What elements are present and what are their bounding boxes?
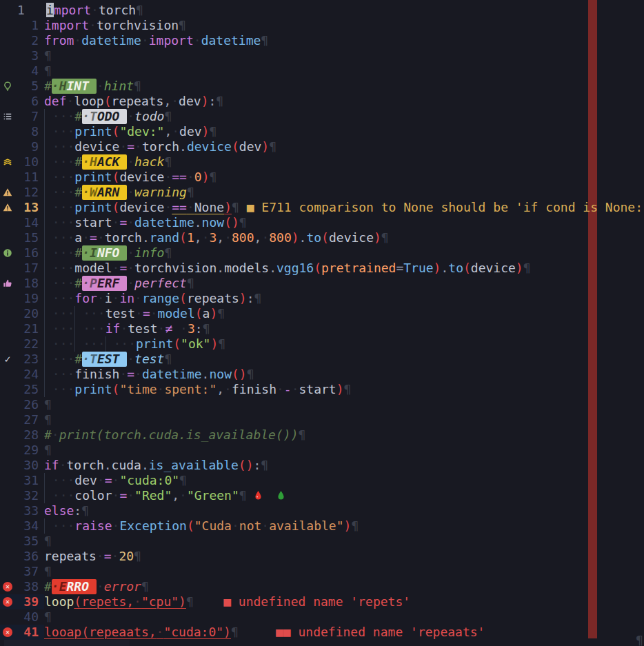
code-text[interactable]: import·torch¶ bbox=[46, 3, 644, 18]
code-line-9[interactable]: 9 ···device·=·torch.device(dev)¶ bbox=[0, 139, 644, 154]
code-line-34[interactable]: 34 ···raise·Exception("Cuda·not·availabl… bbox=[0, 518, 644, 534]
pilcrow-mark: ¶ bbox=[44, 48, 52, 63]
line-number: 38 bbox=[15, 579, 39, 594]
code-line-28[interactable]: 28#·print(torch.cuda.is_available())¶ bbox=[0, 427, 644, 443]
token: ) bbox=[261, 139, 269, 154]
code-text[interactable]: ¶ bbox=[44, 48, 644, 63]
code-line-31[interactable]: 31 ···dev·=·"cuda:0"¶ bbox=[0, 473, 644, 488]
code-line-35[interactable]: 35¶ bbox=[0, 534, 644, 549]
code-text[interactable]: ···print("dev:",·dev)¶ bbox=[44, 124, 644, 139]
code-line-6[interactable]: 6def·loop(repeats,·dev):¶ bbox=[0, 94, 644, 109]
code-line-38[interactable]: ✕38#·ERRO ·error¶ bbox=[0, 579, 644, 594]
code-text[interactable]: ···print(device·==·0)¶ bbox=[44, 170, 644, 185]
code-text[interactable]: #·print(torch.cuda.is_available())¶ bbox=[44, 427, 644, 443]
code-text[interactable]: ···for·i·in·range(repeats):¶ bbox=[44, 291, 644, 306]
code-line-2[interactable]: 2from·datetime·import·datetime¶ bbox=[0, 33, 644, 48]
code-text[interactable]: ··· ···test·=·model(a)¶ bbox=[44, 306, 644, 321]
code-text[interactable]: ···print(device·==·None)¶ ■ E711 compari… bbox=[44, 200, 644, 215]
code-text[interactable]: ···#·TODO ·todo¶ bbox=[44, 109, 644, 124]
code-text[interactable]: ···dev·=·"cuda:0"¶ bbox=[44, 473, 644, 488]
sign-column bbox=[0, 412, 15, 427]
code-text[interactable]: ···print("time·spent:",·finish·-·start)¶ bbox=[44, 382, 644, 397]
code-text[interactable]: ···#·INFO ·info¶ bbox=[44, 245, 644, 261]
code-line-17[interactable]: 17 ···model·=·torchvision.models.vgg16(p… bbox=[0, 261, 644, 276]
code-line-16[interactable]: 16 ···#·INFO ·info¶ bbox=[0, 245, 644, 261]
code-line-11[interactable]: 11 ···print(device·==·0)¶ bbox=[0, 170, 644, 185]
code-text[interactable]: if·torch.cuda.is_available():¶ bbox=[44, 458, 644, 473]
code-line-37[interactable]: 37¶ bbox=[0, 564, 644, 579]
line-number: 30 bbox=[15, 458, 39, 473]
code-text[interactable]: #·ERRO ·error¶ bbox=[44, 579, 644, 594]
code-line-32[interactable]: 32 ···color·=·"Red",·"Green"¶ bbox=[0, 488, 644, 503]
code-text[interactable]: ···#·WARN ·warning¶ bbox=[44, 185, 644, 200]
gutter: 2 bbox=[0, 33, 44, 48]
token: · bbox=[127, 215, 134, 230]
code-line-10[interactable]: 10 ···#·HACK ·hack¶ bbox=[0, 154, 644, 170]
code-line-3[interactable]: 3¶ bbox=[0, 48, 644, 63]
code-text[interactable]: ¶ bbox=[44, 412, 644, 427]
code-text[interactable]: ¶ bbox=[44, 609, 644, 625]
token: from bbox=[44, 33, 74, 48]
code-text[interactable]: else:¶ bbox=[44, 503, 644, 518]
code-line-39[interactable]: ✕39loop(repets,·"cpu")¶ ■ undefined name… bbox=[0, 594, 644, 609]
code-line-14[interactable]: 14 ···start·=·datetime.now()¶ bbox=[0, 215, 644, 230]
code-text[interactable]: looap(repeaats,·"cuda:0")¶ ■■ undefined … bbox=[44, 625, 644, 640]
code-line-12[interactable]: 12 ···#·WARN ·warning¶ bbox=[0, 185, 644, 200]
code-line-15[interactable]: 15 ···a·=·torch.rand(1,·3,·800,·800).to(… bbox=[0, 230, 644, 245]
code-text[interactable]: ···#·HACK ·hack¶ bbox=[44, 154, 644, 170]
code-text[interactable]: repeats·=·20¶ bbox=[44, 549, 644, 564]
code-line-26[interactable]: 26¶ bbox=[0, 397, 644, 412]
code-line-19[interactable]: 19 ···for·i·in·range(repeats):¶ bbox=[0, 291, 644, 306]
code-text[interactable]: ···start·=·datetime.now()¶ bbox=[44, 215, 644, 230]
code-text[interactable]: ···#·TEST ·test¶ bbox=[44, 352, 644, 367]
token: import bbox=[149, 33, 194, 48]
code-text[interactable]: #·HINT ·hint¶ bbox=[44, 79, 644, 94]
code-line-13[interactable]: 13 ···print(device·==·None)¶ ■ E711 comp… bbox=[0, 200, 644, 215]
token: # bbox=[74, 185, 82, 199]
code-text[interactable]: ···a·=·torch.rand(1,·3,·800,·800).to(dev… bbox=[44, 230, 644, 245]
code-text[interactable]: ··· ···if·test·≠ ·3:¶ bbox=[44, 321, 644, 336]
code-line-7[interactable]: 7 ···#·TODO ·todo¶ bbox=[0, 109, 644, 124]
code-line-27[interactable]: 27¶ bbox=[0, 412, 644, 427]
code-text[interactable]: import·torchvision¶ bbox=[44, 18, 644, 33]
code-line-18[interactable]: 18 ···#·PERF ·perfect¶ bbox=[0, 276, 644, 291]
token: : bbox=[208, 94, 216, 108]
code-line-20[interactable]: 20 ··· ···test·=·model(a)¶ bbox=[0, 306, 644, 321]
code-text[interactable]: ¶ bbox=[44, 564, 644, 579]
code-line-25[interactable]: 25 ···print("time·spent:",·finish·-·star… bbox=[0, 382, 644, 397]
code-text[interactable]: ¶ bbox=[44, 534, 644, 549]
code-line-29[interactable]: 29¶ bbox=[0, 443, 644, 458]
code-line-8[interactable]: 8 ···print("dev:",·dev)¶ bbox=[0, 124, 644, 139]
code-text[interactable]: from·datetime·import·datetime¶ bbox=[44, 33, 644, 48]
code-line-1[interactable]: 1import·torch¶ bbox=[0, 3, 644, 18]
code-line-40[interactable]: 40¶ bbox=[0, 609, 644, 625]
code-text[interactable]: ··· ··· ···print("ok")¶ bbox=[44, 336, 644, 352]
code-line-41[interactable]: ✕41looap(repeaats,·"cuda:0")¶ ■■ undefin… bbox=[0, 625, 644, 640]
code-text[interactable]: ···device·=·torch.device(dev)¶ bbox=[44, 139, 644, 154]
indent-guide bbox=[44, 518, 52, 534]
code-line-24[interactable]: 24 ···finish·=·datetime.now()¶ bbox=[0, 367, 644, 382]
code-line-22[interactable]: 22 ··· ··· ···print("ok")¶ bbox=[0, 336, 644, 352]
code-line-30[interactable]: 30if·torch.cuda.is_available():¶ bbox=[0, 458, 644, 473]
code-text[interactable]: ···#·PERF ·perfect¶ bbox=[44, 276, 644, 291]
sign-column bbox=[0, 534, 15, 549]
code-text[interactable]: ¶ bbox=[44, 63, 644, 79]
code-text[interactable]: ···finish·=·datetime.now()¶ bbox=[44, 367, 644, 382]
code-text[interactable]: ···raise·Exception("Cuda·not·available")… bbox=[44, 518, 644, 534]
code-text[interactable]: ¶ bbox=[44, 397, 644, 412]
code-line-23[interactable]: ✓23 ···#·TEST ·test¶ bbox=[0, 352, 644, 367]
code-line-33[interactable]: 33else:¶ bbox=[0, 503, 644, 518]
token: ) bbox=[434, 261, 441, 275]
code-line-5[interactable]: 5#·HINT ·hint¶ bbox=[0, 79, 644, 94]
code-text[interactable]: def·loop(repeats,·dev):¶ bbox=[44, 94, 644, 109]
code-text[interactable]: loop(repets,·"cpu")¶ ■ undefined name 'r… bbox=[44, 594, 644, 609]
token: # bbox=[74, 154, 82, 169]
code-line-4[interactable]: 4¶ bbox=[0, 63, 644, 79]
code-line-1[interactable]: 1import·torchvision¶ bbox=[0, 18, 644, 33]
code-text[interactable]: ···model·=·torchvision.models.vgg16(pret… bbox=[44, 261, 644, 276]
code-text[interactable]: ···color·=·"Red",·"Green"¶ bbox=[44, 488, 644, 503]
code-line-21[interactable]: 21 ··· ···if·test·≠ ·3:¶ bbox=[0, 321, 644, 336]
code-line-36[interactable]: 36repeats·=·20¶ bbox=[0, 549, 644, 564]
code-text[interactable]: ¶ bbox=[44, 443, 644, 458]
code-buffer[interactable]: 1import·torch¶1import·torchvision¶2from·… bbox=[0, 3, 644, 640]
